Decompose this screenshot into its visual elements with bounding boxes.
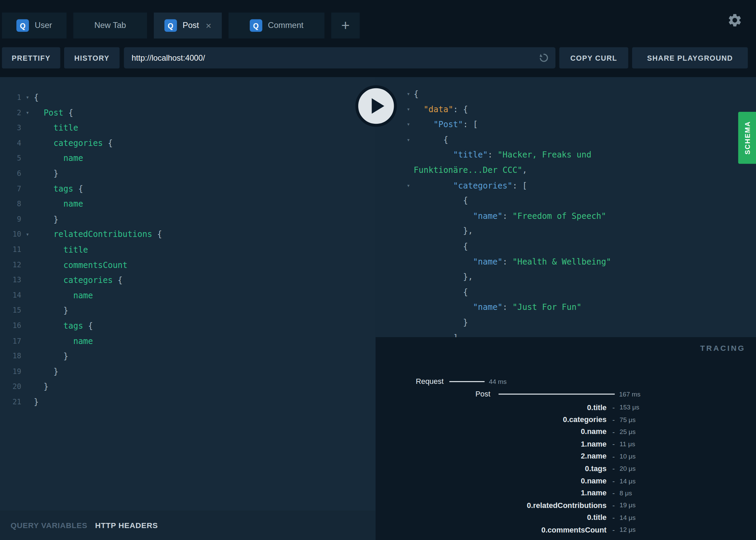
- code-text: }: [34, 349, 68, 364]
- query-line[interactable]: 15 }: [0, 303, 376, 318]
- query-line[interactable]: 7 tags {: [0, 181, 376, 197]
- reset-endpoint-icon[interactable]: [538, 52, 550, 64]
- resolver-path: 0.categories: [376, 415, 607, 424]
- resolver-path: 0.name: [376, 477, 607, 485]
- response-code: ▾{▾ "data": {▾ "Post": [▾ { "title": "Ha…: [403, 87, 756, 337]
- code-text: {: [414, 193, 468, 209]
- query-line[interactable]: 17 name: [0, 334, 376, 349]
- query-line[interactable]: 3 title: [0, 121, 376, 136]
- tracing-title: TRACING: [700, 344, 745, 352]
- tracing-resolver-row: 0.title-153 μs: [376, 401, 756, 414]
- query-line[interactable]: 21}: [0, 394, 376, 410]
- query-line[interactable]: 9 }: [0, 212, 376, 227]
- query-line[interactable]: 1▾{: [0, 90, 376, 105]
- fold-spacer: [403, 209, 414, 224]
- fold-spacer: [403, 163, 414, 178]
- response-line: "name": "Freedom of Speech": [403, 209, 756, 224]
- query-line[interactable]: 5 name: [0, 151, 376, 166]
- editor-bottom-bar: QUERY VARIABLES HTTP HEADERS: [0, 511, 376, 540]
- resolver-path: 1.name: [376, 489, 607, 497]
- execute-query-button[interactable]: [355, 85, 397, 127]
- tab-user[interactable]: Q User: [2, 13, 67, 39]
- fold-arrow-icon[interactable]: ▾: [403, 132, 414, 148]
- fold-spacer: [21, 212, 34, 227]
- tab-comment[interactable]: Q Comment: [229, 13, 324, 39]
- tracing-root-span: Post 167 ms: [376, 389, 756, 400]
- request-duration-bar: [449, 381, 484, 382]
- new-tab-button[interactable]: +: [331, 13, 360, 39]
- fold-arrow-icon[interactable]: ▾: [21, 105, 34, 121]
- settings-gear-icon[interactable]: [727, 13, 742, 28]
- line-number: 8: [0, 197, 21, 212]
- resolver-time: 14 μs: [620, 514, 636, 521]
- code-text: name: [34, 151, 83, 166]
- query-line[interactable]: 16 tags {: [0, 318, 376, 334]
- fold-spacer: [403, 148, 414, 163]
- http-headers-tab[interactable]: HTTP HEADERS: [95, 521, 158, 529]
- share-playground-button[interactable]: SHARE PLAYGROUND: [632, 47, 748, 69]
- code-text: "data": {: [414, 102, 468, 117]
- code-text: {: [414, 132, 448, 148]
- query-editor[interactable]: 1▾{2▾ Post {3 title4 categories {5 name6…: [0, 77, 376, 511]
- response-line: ▾ "data": {: [403, 102, 756, 117]
- resolver-time: 12 μs: [620, 526, 636, 533]
- query-line[interactable]: 19 }: [0, 364, 376, 379]
- resolver-path: 1.name: [376, 440, 607, 448]
- prettify-button[interactable]: PRETTIFY: [2, 47, 60, 69]
- tracing-resolver-row: 0.categories-75 μs: [376, 414, 756, 426]
- query-line[interactable]: 14 name: [0, 288, 376, 303]
- schema-sidebar-tab[interactable]: SCHEMA: [738, 112, 756, 164]
- tab-label: Post: [183, 21, 199, 30]
- query-line[interactable]: 11 title: [0, 242, 376, 258]
- code-text: name: [34, 334, 93, 349]
- query-variables-tab[interactable]: QUERY VARIABLES: [11, 521, 87, 529]
- line-number: 15: [0, 303, 21, 318]
- dash-separator: -: [612, 526, 615, 534]
- line-number: 14: [0, 288, 21, 303]
- code-text: relatedContributions {: [34, 227, 162, 242]
- line-number: 2: [0, 105, 21, 121]
- query-line[interactable]: 2▾ Post {: [0, 105, 376, 121]
- line-number: 5: [0, 151, 21, 166]
- copy-curl-button[interactable]: COPY CURL: [559, 47, 628, 69]
- fold-arrow-icon[interactable]: ▾: [403, 87, 414, 102]
- fold-arrow-icon[interactable]: ▾: [403, 178, 414, 193]
- query-line[interactable]: 8 name: [0, 197, 376, 212]
- code-text: {: [414, 239, 468, 254]
- code-text: }: [34, 379, 48, 395]
- fold-arrow-icon[interactable]: ▾: [403, 117, 414, 133]
- query-line[interactable]: 13 categories {: [0, 273, 376, 288]
- query-line[interactable]: 4 categories {: [0, 136, 376, 151]
- toolbar: PRETTIFY HISTORY COPY CURL SHARE PLAYGRO…: [0, 39, 756, 77]
- history-button[interactable]: HISTORY: [64, 47, 120, 69]
- query-line[interactable]: 10▾ relatedContributions {: [0, 227, 376, 242]
- line-number: 10: [0, 227, 21, 242]
- play-icon: [372, 98, 384, 114]
- tab-label: Comment: [268, 21, 303, 30]
- fold-spacer: [21, 334, 34, 349]
- fold-spacer: [403, 330, 414, 337]
- endpoint-url-wrap: [124, 47, 555, 69]
- query-line[interactable]: 20 }: [0, 379, 376, 395]
- resolver-path: 0.relatedContributions: [376, 501, 607, 510]
- tracing-panel: TRACING Request 44 ms Post 167 ms 0.titl…: [376, 337, 756, 540]
- query-line[interactable]: 12 commentsCount: [0, 257, 376, 273]
- line-number: 13: [0, 273, 21, 288]
- fold-arrow-icon[interactable]: ▾: [21, 90, 34, 105]
- root-field-label: Post: [376, 390, 490, 398]
- line-number: 19: [0, 364, 21, 379]
- close-tab-icon[interactable]: ×: [206, 21, 212, 30]
- fold-spacer: [21, 136, 34, 151]
- endpoint-url-input[interactable]: [124, 47, 555, 69]
- response-line: ▾{: [403, 87, 756, 102]
- tracing-resolver-row: 1.name-11 μs: [376, 438, 756, 450]
- tab-post-active[interactable]: Q Post ×: [154, 13, 222, 39]
- tab-new-tab[interactable]: New Tab: [73, 13, 147, 39]
- query-line[interactable]: 18 }: [0, 349, 376, 364]
- query-line[interactable]: 6 }: [0, 166, 376, 182]
- fold-arrow-icon[interactable]: ▾: [21, 227, 34, 242]
- code-text: },: [414, 224, 473, 239]
- response-line: {: [403, 193, 756, 209]
- fold-arrow-icon[interactable]: ▾: [403, 102, 414, 117]
- fold-spacer: [403, 224, 414, 239]
